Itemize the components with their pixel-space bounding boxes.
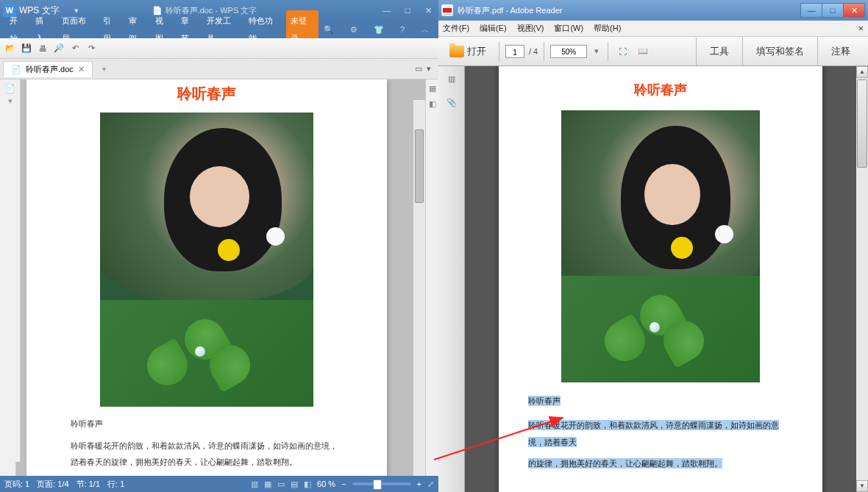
vstrip-chevron-icon[interactable]: ▾ — [8, 96, 13, 106]
wps-max-button[interactable]: □ — [400, 6, 415, 15]
undo-icon[interactable]: ↶ — [69, 43, 81, 54]
view-mode-4-icon[interactable]: ▤ — [291, 479, 298, 489]
pdf-body[interactable]: 聆听春声 聆听春暖花开的韵致，和着款款清风，诗意的蝶雨潇扬，如诗如画的意境，踏着… — [499, 382, 822, 482]
adobe-menubar: 文件(F) 编辑(E) 视图(V) 窗口(W) 帮助(H) × — [438, 21, 868, 37]
scroll-down-button[interactable]: ▼ — [856, 480, 868, 492]
view-mode-1-icon[interactable]: ▥ — [251, 479, 258, 489]
doc-tab-label: 聆听春声.doc — [26, 64, 74, 75]
settings-icon[interactable]: ⚙ — [345, 21, 363, 38]
wps-qat: 📂 💾 🖶 🔎 ↶ ↷ — [0, 38, 438, 59]
status-page[interactable]: 页码: 1 — [4, 479, 29, 490]
view-mode-5-icon[interactable]: ◧ — [304, 479, 311, 489]
chevron-up-icon[interactable]: ︿ — [416, 21, 434, 38]
add-tab-button[interactable]: ＋ — [96, 63, 113, 74]
zoom-in-button[interactable]: + — [417, 479, 421, 488]
wps-close-button[interactable]: ✕ — [421, 6, 435, 15]
adobe-nav-sidebar: ▥ 📎 — [438, 66, 465, 492]
page-number-input[interactable]: 1 — [505, 45, 524, 58]
tab-list-icon[interactable]: ▾ — [427, 64, 431, 74]
page-total-label: / 4 — [529, 47, 538, 56]
attachments-icon[interactable]: 📎 — [445, 96, 458, 109]
pdf-icon — [441, 4, 453, 16]
tab-fillsign[interactable]: 填写和签名 — [742, 38, 817, 65]
wps-doc-tabs: 📄 聆听春声.doc ✕ ＋ ▭ ▾ — [0, 59, 438, 79]
zoom-out-button[interactable]: − — [341, 479, 346, 488]
folder-icon — [449, 46, 464, 57]
search-icon[interactable]: 🔍 — [319, 21, 339, 38]
thumbnails-icon[interactable]: ▥ — [445, 72, 458, 85]
wps-statusbar: 页码: 1 页面: 1/4 节: 1/1 行: 1 ▥ ▦ ▭ ▤ ◧ 60 %… — [0, 476, 438, 492]
wps-right-sidepanel: ▦ ◧ — [425, 79, 438, 476]
zoom-dropdown-icon[interactable]: ▾ — [591, 46, 602, 56]
tab-comment[interactable]: 注释 — [817, 38, 864, 65]
doc-body: 聆听春声 聆听春暖花开的韵致，和着款款清风，诗意的蝶雨潇扬，如诗如画的意境，踏着… — [26, 407, 387, 476]
pdf-page: 聆听春声 聆听春声 聆听春暖花开的韵致，和着款款清风，诗意的蝶雨潇扬，如诗如画的… — [499, 66, 822, 492]
open-button[interactable]: 打开 — [443, 41, 493, 62]
menu-file[interactable]: 文件(F) — [443, 23, 469, 34]
adobe-titlebar: 聆听春声.pdf - Adobe Reader — □ ✕ — [438, 0, 868, 21]
doc-subtitle: 聆听春声 — [71, 416, 343, 432]
wps-scrollbar-vertical[interactable] — [413, 100, 425, 476]
adobe-window-title: 聆听春声.pdf - Adobe Reader — [458, 5, 562, 16]
adobe-doc-close-icon[interactable]: × — [858, 23, 864, 34]
adobe-close-button[interactable]: ✕ — [843, 3, 865, 18]
adobe-scrollbar-vertical[interactable]: ▲ ▼ — [856, 66, 868, 492]
zoom-value[interactable]: 60 % — [317, 479, 335, 488]
sidepanel-icon-1[interactable]: ▦ — [429, 84, 436, 93]
wps-document-page[interactable]: 聆听春声 聆听春声 聆听春暖花开的韵致，和着款款清风，诗意的蝶雨潇扬，如诗如画的… — [26, 79, 387, 476]
print-icon[interactable]: 🖶 — [37, 43, 49, 54]
status-section[interactable]: 节: 1/1 — [77, 479, 100, 490]
adobe-min-button[interactable]: — — [800, 3, 822, 18]
save-icon[interactable]: 💾 — [21, 43, 32, 54]
menu-view[interactable]: 视图(V) — [517, 23, 544, 34]
fullscreen-icon[interactable]: ⛶ — [614, 43, 630, 60]
adobe-max-button[interactable]: □ — [822, 3, 844, 18]
tab-util-icon[interactable]: ▭ — [415, 64, 422, 74]
wps-ribbon-tabs: 开始 插入 页面布局 引用 审阅 视图 章节 开发工具 特色功能 未登录 🔍 ⚙… — [0, 21, 438, 38]
pdf-title: 聆听春声 — [499, 81, 822, 99]
preview-icon[interactable]: 🔎 — [53, 43, 65, 54]
adobe-page-viewport[interactable]: 聆听春声 聆听春声 聆听春暖花开的韵致，和着款款清风，诗意的蝶雨潇扬，如诗如画的… — [465, 66, 856, 492]
doc-tab-active[interactable]: 📄 聆听春声.doc ✕ — [3, 61, 93, 77]
vstrip-page-icon[interactable]: 📄 — [5, 84, 15, 93]
status-page-of[interactable]: 页面: 1/4 — [37, 479, 68, 490]
skin-icon[interactable]: 👕 — [369, 21, 389, 38]
redo-icon[interactable]: ↷ — [85, 43, 97, 54]
pdf-image — [561, 110, 760, 382]
doc-paragraph: 聆听春暖花开的韵致，和着款款清风，诗意的蝶雨潇扬，如诗如画的意境，踏着春天的旋律… — [71, 438, 343, 470]
help-icon[interactable]: ? — [395, 21, 410, 38]
status-line[interactable]: 行: 1 — [107, 479, 124, 490]
menu-help[interactable]: 帮助(H) — [594, 23, 621, 34]
close-tab-icon[interactable]: ✕ — [78, 65, 85, 74]
doc-tab-icon: 📄 — [11, 65, 21, 74]
open-label: 打开 — [467, 45, 486, 58]
view-mode-2-icon[interactable]: ▦ — [264, 479, 271, 489]
doc-title: 聆听春声 — [26, 84, 387, 104]
tab-tools[interactable]: 工具 — [696, 38, 742, 65]
open-icon[interactable]: 📂 — [4, 43, 16, 54]
scrollbar-thumb[interactable] — [415, 129, 424, 203]
wps-min-button[interactable]: — — [380, 6, 394, 15]
doc-image — [100, 113, 313, 407]
pdf-para-line1: 聆听春暖花开的韵致，和着款款清风，诗意的蝶雨潇扬，如诗如画的意境，踏着春天 — [528, 420, 779, 447]
view-mode-3-icon[interactable]: ▭ — [277, 479, 285, 489]
pdf-subtitle: 聆听春声 — [528, 396, 561, 406]
adobe-scroll-thumb[interactable] — [857, 79, 867, 168]
pdf-para-line2: 的旋律，拥抱美好的春天，让心翩翩起舞，踏歌翱翔。 — [528, 458, 722, 468]
adobe-toolbar: 打开 1 / 4 50% ▾ ⛶ 📖 工具 填写和签名 注释 — [438, 37, 868, 66]
zoom-slider[interactable] — [352, 482, 411, 485]
fit-icon[interactable]: ⤢ — [427, 479, 434, 489]
menu-edit[interactable]: 编辑(E) — [480, 23, 507, 34]
zoom-input[interactable]: 50% — [550, 45, 587, 58]
read-mode-icon[interactable]: 📖 — [635, 43, 651, 60]
scroll-up-button[interactable]: ▲ — [856, 66, 868, 78]
menu-window[interactable]: 窗口(W) — [554, 23, 583, 34]
sidepanel-icon-2[interactable]: ◧ — [429, 99, 436, 109]
